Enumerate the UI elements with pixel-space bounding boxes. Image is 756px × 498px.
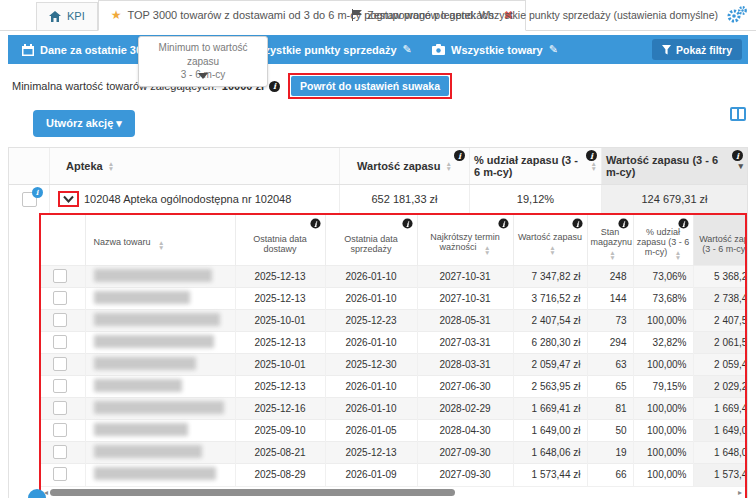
row-checkbox[interactable] <box>53 335 67 349</box>
chevron-down-icon[interactable] <box>63 195 74 203</box>
products-table-clip: Nazwa towaru ▲▼ Ostatnia data dostawy i … <box>41 215 745 486</box>
product-row[interactable]: 2025-12-16 2026-01-10 2028-02-29 1 669,4… <box>41 398 745 420</box>
stock-value: 3 716,52 zł <box>513 288 587 310</box>
col-udzial-zapasu[interactable]: % udział zapasu (3 - 6 m-cy) ▲▼ i <box>633 215 693 266</box>
col-info-icon[interactable]: i <box>678 218 688 228</box>
scrollbar-track[interactable] <box>50 489 736 496</box>
product-name-redacted <box>94 445 202 458</box>
scrollbar-thumb[interactable] <box>50 489 455 496</box>
row-checkbox[interactable] <box>53 379 67 393</box>
row-info-badge[interactable]: i <box>32 187 43 198</box>
row-checkbox[interactable] <box>53 357 67 371</box>
sales-points-control[interactable]: Wszystkie punkty sprzedaży ✎ <box>248 35 412 64</box>
row-checkbox[interactable] <box>53 401 67 415</box>
tooltip-caret <box>198 73 208 84</box>
products-table-header: Nazwa towaru ▲▼ Ostatnia data dostawy i … <box>41 215 745 266</box>
row-checkbox[interactable] <box>53 445 67 459</box>
pharmacies-table: Apteka ▲▼ Wartość zapasu ▲▼ i % udział z… <box>8 147 748 498</box>
col-wartosc-zapasu-36[interactable]: Wartość zapasu (3 - 6 m-cy) ▾ i <box>693 215 745 266</box>
stock-count: 63 <box>587 354 633 376</box>
expiry-date: 2027-09-30 <box>417 464 513 486</box>
stock-value: 1 573,44 zł <box>513 464 587 486</box>
pharmacies-table-header: Apteka ▲▼ Wartość zapasu ▲▼ i % udział z… <box>9 148 747 185</box>
col-udzial-zapasu-label: % udział zapasu (3 - 6 m-cy) <box>474 154 586 178</box>
col-info-icon[interactable]: i <box>618 218 628 228</box>
sort-icon: ▲▼ <box>445 161 451 171</box>
pharmacy-value: 652 181,33 zł <box>339 185 469 213</box>
product-row[interactable]: 2025-10-01 2025-12-30 2028-03-31 2 059,4… <box>41 354 745 376</box>
col-info-icon[interactable]: i <box>498 218 508 228</box>
col-wartosc-zapasu-36[interactable]: Wartość zapasu (3 - 6 m-cy) ▾ i <box>601 148 747 184</box>
col-termin-waznosci[interactable]: Najkrótszy termin ważności ▲▼ i <box>417 215 513 266</box>
col-wartosc-zapasu[interactable]: Wartość zapasu ▲▼ i <box>339 148 469 184</box>
min-value-info-icon[interactable]: i <box>269 81 280 92</box>
favorite-star-icon[interactable]: ★ <box>111 8 122 22</box>
col-info-icon[interactable]: i <box>402 218 412 228</box>
min-value-row: Minimalna wartość towarów zalegających: … <box>12 73 756 99</box>
sort-icon: ▲▼ <box>158 240 164 250</box>
row-checkbox[interactable] <box>53 269 67 283</box>
show-filters-label: Pokaż filtry <box>676 44 732 56</box>
pharmacy-checkbox[interactable]: i <box>22 192 37 207</box>
stock-count: 50 <box>587 420 633 442</box>
pharmacy-value36: 124 679,31 zł <box>601 185 747 213</box>
product-name-cell <box>85 332 235 354</box>
sort-icon: ▲▼ <box>549 245 555 255</box>
row-checkbox[interactable] <box>53 423 67 437</box>
col-info-icon[interactable]: i <box>732 150 743 161</box>
stock-share: 73,06% <box>633 266 693 288</box>
stock-value-36: 2 407,54 zł <box>693 310 745 332</box>
settings-gears-icon[interactable] <box>726 5 748 25</box>
product-row[interactable]: 2025-08-21 2025-12-13 2027-09-30 1 648,0… <box>41 442 745 464</box>
col-data-sprzedazy[interactable]: Ostatnia data sprzedaży i <box>325 215 417 266</box>
col-nazwa-towaru[interactable]: Nazwa towaru ▲▼ <box>85 215 235 266</box>
annotation-box-expand-chevron <box>58 191 79 207</box>
product-row[interactable]: 2025-09-10 2026-01-05 2028-04-30 1 649,0… <box>41 420 745 442</box>
product-row[interactable]: 2025-08-29 2026-01-09 2027-09-30 1 573,4… <box>41 464 745 486</box>
stock-count: 248 <box>587 266 633 288</box>
col-stan-magazynu[interactable]: Stan magazynu ▲▼ i <box>587 215 633 266</box>
reset-slider-button[interactable]: Powrót do ustawień suwaka <box>291 76 449 96</box>
product-row[interactable]: 2025-12-13 2026-01-10 2027-06-30 2 563,9… <box>41 376 745 398</box>
col-udzial-zapasu[interactable]: % udział zapasu (3 - 6 m-cy) ▲▼ i <box>469 148 601 184</box>
product-row[interactable]: 2025-12-13 2026-01-10 2027-03-31 6 280,3… <box>41 332 745 354</box>
tab-kpi[interactable]: KPI <box>36 2 98 30</box>
col-data-dostawy[interactable]: Ostatnia data dostawy i <box>235 215 325 266</box>
row-checkbox-cell <box>41 332 85 354</box>
row-checkbox-cell <box>41 310 85 332</box>
pharmacy-name: 102048 Apteka ogólnodostępna nr 102048 <box>84 193 291 205</box>
show-filters-button[interactable]: Pokaż filtry <box>652 39 742 60</box>
row-checkbox[interactable] <box>53 467 67 481</box>
calendar-icon <box>22 44 34 56</box>
row-checkbox[interactable] <box>53 313 67 327</box>
delivery-date: 2025-10-01 <box>235 310 325 332</box>
col-wartosc-zapasu[interactable]: Wartość zapasu ▲▼ i <box>513 215 587 266</box>
col-info-icon[interactable]: i <box>572 218 582 228</box>
stock-value: 2 407,54 zł <box>513 310 587 332</box>
edit-products-icon[interactable]: ✎ <box>549 43 558 56</box>
col-info-icon[interactable]: i <box>310 218 320 228</box>
horizontal-scrollbar[interactable]: ◂ ▸ <box>41 486 745 498</box>
create-action-button[interactable]: Utwórz akcję ▾ <box>33 110 135 137</box>
product-row[interactable]: 2025-12-13 2026-01-10 2027-10-31 3 716,5… <box>41 288 745 310</box>
products-control[interactable]: Wszystkie towary ✎ <box>432 35 558 64</box>
product-row[interactable]: 2025-10-01 2025-12-23 2028-05-31 2 407,5… <box>41 310 745 332</box>
pharmacy-row[interactable]: i 102048 Apteka ogólnodostępna nr 102048… <box>9 185 747 213</box>
col-apteka[interactable]: Apteka ▲▼ <box>49 148 339 184</box>
stock-value-36: 1 648,06 zł <box>693 442 745 464</box>
delivery-date: 2025-08-21 <box>235 442 325 464</box>
expiry-date: 2028-05-31 <box>417 310 513 332</box>
stock-share: 100,00% <box>633 310 693 332</box>
sale-date: 2026-01-10 <box>325 376 417 398</box>
column-settings-icon[interactable] <box>730 107 746 121</box>
col-info-icon[interactable]: i <box>586 150 597 161</box>
sort-icon: ▲▼ <box>591 161 597 171</box>
expiry-date: 2027-09-30 <box>417 442 513 464</box>
stock-value-36: 1 649,00 zł <box>693 420 745 442</box>
product-row[interactable]: 2025-12-13 2026-01-10 2027-10-31 7 347,8… <box>41 266 745 288</box>
edit-sales-points-icon[interactable]: ✎ <box>403 43 412 56</box>
scroll-right-icon[interactable]: ▸ <box>738 489 742 497</box>
stock-share: 79,15% <box>633 376 693 398</box>
row-checkbox[interactable] <box>53 291 67 305</box>
col-info-icon[interactable]: i <box>454 150 465 161</box>
